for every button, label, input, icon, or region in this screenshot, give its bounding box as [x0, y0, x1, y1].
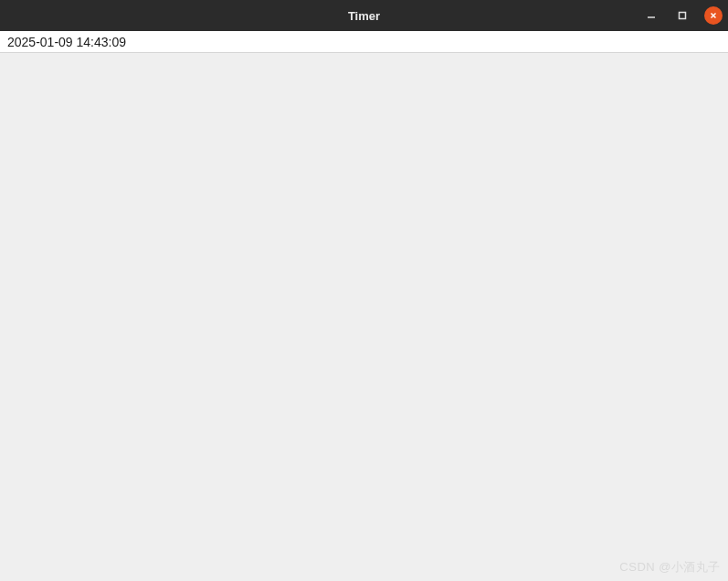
maximize-button[interactable] — [673, 6, 691, 25]
titlebar: Timer — [0, 0, 728, 31]
timestamp-label: 2025-01-09 14:43:09 — [7, 35, 126, 49]
window-title: Timer — [348, 9, 380, 23]
minimize-icon — [647, 7, 656, 24]
content-row: 2025-01-09 14:43:09 — [0, 31, 728, 53]
client-area — [0, 53, 728, 581]
window-controls — [642, 6, 723, 25]
close-button[interactable] — [704, 6, 723, 25]
svg-rect-1 — [680, 13, 686, 19]
close-icon — [709, 7, 718, 24]
maximize-icon — [678, 7, 687, 24]
minimize-button[interactable] — [642, 6, 660, 25]
